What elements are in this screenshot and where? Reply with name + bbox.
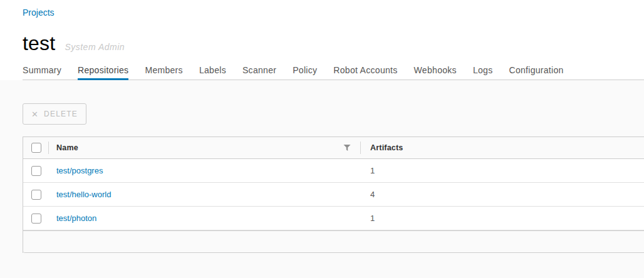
repo-name-cell: test/postgres xyxy=(49,159,361,182)
tab-policy[interactable]: Policy xyxy=(293,65,317,80)
row-select-cell xyxy=(23,183,49,206)
tab-robot-accounts[interactable]: Robot Accounts xyxy=(333,65,397,80)
title-row: test System Admin xyxy=(23,31,644,59)
repo-link[interactable]: test/photon xyxy=(56,214,96,223)
table-row: test/hello-world 4 xyxy=(23,183,644,207)
filter-funnel-icon[interactable] xyxy=(343,144,351,152)
select-all-cell xyxy=(23,137,49,158)
row-checkbox[interactable] xyxy=(31,166,41,176)
row-select-cell xyxy=(23,207,49,230)
repo-name-cell: test/hello-world xyxy=(49,183,361,206)
tab-bar: Summary Repositories Members Labels Scan… xyxy=(23,65,644,80)
name-column-header: Name xyxy=(49,137,361,158)
tab-repositories[interactable]: Repositories xyxy=(78,65,128,80)
tab-members[interactable]: Members xyxy=(145,65,182,80)
page-header: Projects test System Admin Summary Repos… xyxy=(0,0,644,80)
select-all-checkbox[interactable] xyxy=(31,143,41,153)
repo-name-cell: test/photon xyxy=(49,207,361,230)
artifact-count: 1 xyxy=(370,214,375,223)
artifact-count-cell: 4 xyxy=(361,183,644,206)
tab-webhooks[interactable]: Webhooks xyxy=(414,65,457,80)
user-role-label: System Admin xyxy=(65,35,125,59)
repositories-panel: ✕ DELETE Name Artifacts xyxy=(0,80,644,278)
artifacts-column-label: Artifacts xyxy=(370,143,403,152)
table-row: test/photon 1 xyxy=(23,207,644,230)
artifact-count: 1 xyxy=(370,166,375,175)
page-title: test xyxy=(23,31,55,55)
tab-scanner[interactable]: Scanner xyxy=(242,65,276,80)
artifacts-column-header: Artifacts xyxy=(361,137,644,158)
artifact-count-cell: 1 xyxy=(361,207,644,230)
row-checkbox[interactable] xyxy=(31,214,41,224)
row-checkbox[interactable] xyxy=(31,190,41,200)
repo-link[interactable]: test/postgres xyxy=(56,166,103,175)
row-select-cell xyxy=(23,159,49,182)
close-icon: ✕ xyxy=(31,110,39,118)
table-row: test/postgres 1 xyxy=(23,159,644,183)
tab-configuration[interactable]: Configuration xyxy=(509,65,563,80)
table-footer xyxy=(23,230,644,253)
artifact-count: 4 xyxy=(370,190,375,199)
tab-summary[interactable]: Summary xyxy=(23,65,61,80)
table-header-row: Name Artifacts xyxy=(23,136,644,159)
artifact-count-cell: 1 xyxy=(361,159,644,182)
tab-logs[interactable]: Logs xyxy=(473,65,493,80)
tab-labels[interactable]: Labels xyxy=(199,65,226,80)
repositories-table: Name Artifacts test/postgres 1 xyxy=(23,136,644,253)
repo-link[interactable]: test/hello-world xyxy=(56,190,111,199)
breadcrumb-projects-link[interactable]: Projects xyxy=(23,0,55,18)
delete-button-label: DELETE xyxy=(44,110,78,118)
name-column-label: Name xyxy=(56,143,78,152)
delete-button[interactable]: ✕ DELETE xyxy=(23,103,86,125)
